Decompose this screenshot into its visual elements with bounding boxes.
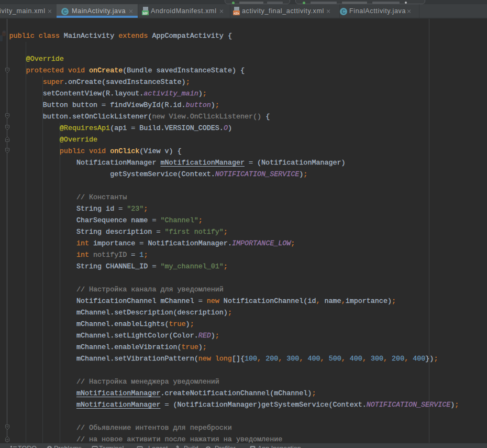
svg-text:MF: MF — [142, 12, 148, 15]
svg-text:C: C — [341, 8, 345, 14]
svg-text:</>: </> — [234, 12, 239, 15]
svg-text:C: C — [63, 8, 67, 14]
